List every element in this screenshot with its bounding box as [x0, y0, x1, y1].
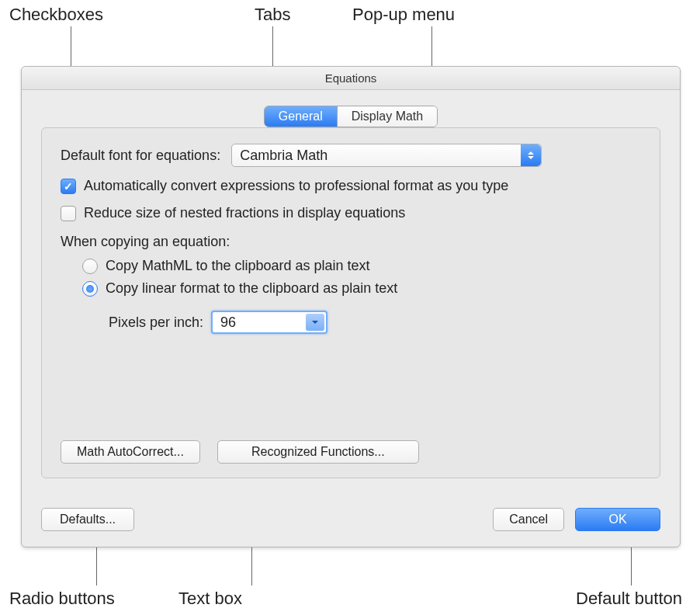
segmented-control: General Display Math — [264, 106, 438, 127]
defaults-button[interactable]: Defaults... — [41, 508, 134, 531]
copy-linear-label: Copy linear format to the clipboard as p… — [106, 280, 397, 297]
reduce-nested-label: Reduce size of nested fractions in displ… — [84, 205, 405, 221]
reduce-nested-checkbox[interactable] — [61, 206, 76, 221]
checkmark-icon: ✓ — [64, 181, 73, 192]
copy-linear-radio[interactable] — [82, 281, 98, 297]
callout-default-button: Default button — [576, 589, 682, 609]
footer-right: Cancel OK — [493, 508, 660, 531]
default-font-value: Cambria Math — [240, 148, 327, 164]
equations-dialog: Equations General Display Math Default f… — [21, 66, 681, 547]
default-font-popup[interactable]: Cambria Math — [231, 144, 542, 167]
callout-textbox: Text box — [178, 589, 242, 609]
copy-mathml-label: Copy MathML to the clipboard as plain te… — [106, 258, 370, 274]
callout-popup: Pop-up menu — [352, 5, 455, 25]
default-font-row: Default font for equations: Cambria Math — [61, 144, 641, 167]
ppi-label: Pixels per inch: — [109, 314, 203, 331]
math-autocorrect-button[interactable]: Math AutoCorrect... — [61, 440, 200, 464]
auto-convert-label: Automatically convert expressions to pro… — [84, 178, 508, 194]
window-title: Equations — [22, 67, 680, 90]
general-panel: Default font for equations: Cambria Math… — [41, 127, 660, 478]
default-font-label: Default font for equations: — [61, 148, 220, 164]
ppi-value: 96 — [213, 314, 244, 331]
tab-display-math[interactable]: Display Math — [337, 106, 437, 127]
tab-bar: General Display Math — [22, 106, 680, 127]
ppi-combo[interactable]: 96 — [211, 311, 327, 334]
copy-mathml-row: Copy MathML to the clipboard as plain te… — [82, 258, 641, 274]
recognized-functions-button[interactable]: Recognized Functions... — [217, 440, 419, 464]
callout-radio: Radio buttons — [9, 589, 115, 609]
panel-buttons: Math AutoCorrect... Recognized Functions… — [61, 440, 641, 464]
copy-linear-row: Copy linear format to the clipboard as p… — [82, 280, 641, 297]
popup-arrows-icon — [521, 144, 541, 166]
copy-mathml-radio[interactable] — [82, 259, 98, 274]
ok-button[interactable]: OK — [575, 508, 660, 531]
copy-section-label: When copying an equation: — [61, 234, 641, 250]
radio-dot-icon — [86, 285, 94, 293]
dialog-footer: Defaults... Cancel OK — [41, 508, 660, 531]
cancel-button[interactable]: Cancel — [493, 508, 564, 531]
callout-tabs: Tabs — [255, 5, 290, 25]
tab-general[interactable]: General — [265, 106, 337, 127]
callout-checkboxes: Checkboxes — [9, 5, 103, 25]
auto-convert-checkbox[interactable]: ✓ — [61, 179, 76, 194]
auto-convert-row: ✓ Automatically convert expressions to p… — [61, 178, 641, 194]
reduce-nested-row: Reduce size of nested fractions in displ… — [61, 205, 641, 221]
combo-drop-icon — [306, 314, 324, 331]
ppi-row: Pixels per inch: 96 — [109, 311, 641, 334]
